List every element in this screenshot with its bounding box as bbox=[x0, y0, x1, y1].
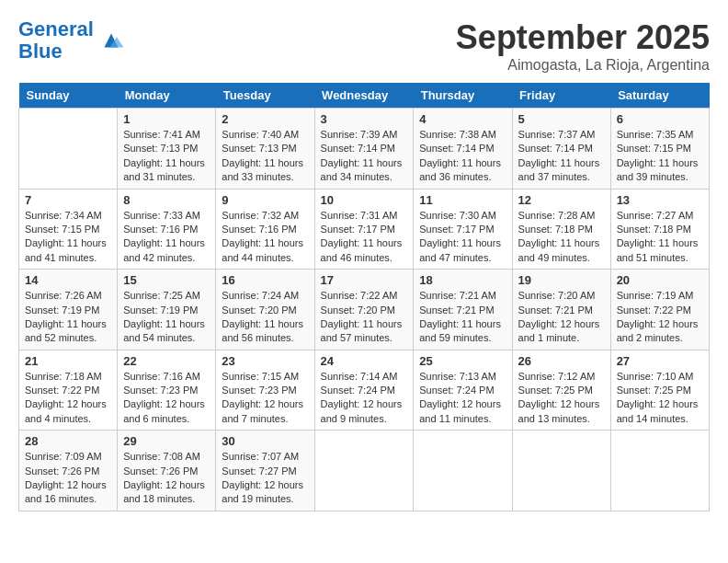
day-info: Sunrise: 7:13 AMSunset: 7:24 PMDaylight:… bbox=[419, 370, 506, 427]
logo-line2: Blue bbox=[18, 40, 63, 63]
day-info: Sunrise: 7:31 AMSunset: 7:17 PMDaylight:… bbox=[321, 209, 408, 266]
calendar-cell: 28Sunrise: 7:09 AMSunset: 7:26 PMDayligh… bbox=[19, 431, 118, 511]
day-info: Sunrise: 7:37 AMSunset: 7:14 PMDaylight:… bbox=[518, 128, 605, 185]
calendar-cell: 24Sunrise: 7:14 AMSunset: 7:24 PMDayligh… bbox=[314, 350, 414, 431]
day-number: 18 bbox=[419, 273, 506, 287]
week-row-1: 7Sunrise: 7:34 AMSunset: 7:15 PMDaylight… bbox=[19, 189, 710, 270]
day-number: 17 bbox=[321, 273, 408, 287]
header-row: SundayMondayTuesdayWednesdayThursdayFrid… bbox=[19, 83, 710, 109]
header-thursday: Thursday bbox=[414, 83, 512, 109]
calendar-cell: 4Sunrise: 7:38 AMSunset: 7:14 PMDaylight… bbox=[414, 109, 512, 190]
logo: General Blue bbox=[18, 18, 125, 63]
day-number: 8 bbox=[123, 193, 210, 207]
month-title: September 2025 bbox=[456, 18, 710, 57]
day-number: 30 bbox=[222, 434, 308, 448]
calendar-cell: 6Sunrise: 7:35 AMSunset: 7:15 PMDaylight… bbox=[610, 109, 709, 190]
calendar-cell: 26Sunrise: 7:12 AMSunset: 7:25 PMDayligh… bbox=[512, 350, 610, 431]
calendar-cell: 14Sunrise: 7:26 AMSunset: 7:19 PMDayligh… bbox=[19, 270, 118, 350]
calendar-cell bbox=[19, 109, 118, 190]
logo-text: General Blue bbox=[18, 18, 94, 63]
day-number: 5 bbox=[518, 112, 605, 126]
day-number: 12 bbox=[518, 193, 605, 207]
header-wednesday: Wednesday bbox=[314, 83, 414, 109]
day-number: 23 bbox=[222, 354, 308, 368]
calendar-cell: 18Sunrise: 7:21 AMSunset: 7:21 PMDayligh… bbox=[414, 270, 512, 350]
day-number: 16 bbox=[222, 273, 308, 287]
day-number: 26 bbox=[518, 354, 605, 368]
day-info: Sunrise: 7:16 AMSunset: 7:23 PMDaylight:… bbox=[123, 370, 210, 427]
calendar-cell: 22Sunrise: 7:16 AMSunset: 7:23 PMDayligh… bbox=[118, 350, 216, 431]
day-info: Sunrise: 7:28 AMSunset: 7:18 PMDaylight:… bbox=[518, 209, 605, 266]
calendar-cell: 11Sunrise: 7:30 AMSunset: 7:17 PMDayligh… bbox=[414, 189, 512, 270]
calendar-cell: 17Sunrise: 7:22 AMSunset: 7:20 PMDayligh… bbox=[314, 270, 414, 350]
day-info: Sunrise: 7:30 AMSunset: 7:17 PMDaylight:… bbox=[419, 209, 506, 266]
day-info: Sunrise: 7:20 AMSunset: 7:21 PMDaylight:… bbox=[518, 289, 605, 346]
day-info: Sunrise: 7:24 AMSunset: 7:20 PMDaylight:… bbox=[222, 289, 308, 346]
calendar-cell bbox=[512, 431, 610, 511]
day-info: Sunrise: 7:34 AMSunset: 7:15 PMDaylight:… bbox=[25, 209, 111, 266]
header-tuesday: Tuesday bbox=[216, 83, 314, 109]
logo-icon bbox=[97, 27, 125, 54]
calendar-header: SundayMondayTuesdayWednesdayThursdayFrid… bbox=[19, 83, 710, 109]
day-number: 24 bbox=[321, 354, 408, 368]
calendar-cell: 16Sunrise: 7:24 AMSunset: 7:20 PMDayligh… bbox=[216, 270, 314, 350]
day-info: Sunrise: 7:09 AMSunset: 7:26 PMDaylight:… bbox=[25, 450, 111, 507]
page-header: General Blue September 2025 Aimogasta, L… bbox=[18, 18, 710, 74]
calendar-cell: 20Sunrise: 7:19 AMSunset: 7:22 PMDayligh… bbox=[610, 270, 709, 350]
day-number: 20 bbox=[617, 273, 703, 287]
day-number: 11 bbox=[419, 193, 506, 207]
day-info: Sunrise: 7:19 AMSunset: 7:22 PMDaylight:… bbox=[617, 289, 703, 346]
day-info: Sunrise: 7:25 AMSunset: 7:19 PMDaylight:… bbox=[123, 289, 210, 346]
day-info: Sunrise: 7:12 AMSunset: 7:25 PMDaylight:… bbox=[518, 370, 605, 427]
header-sunday: Sunday bbox=[19, 83, 118, 109]
day-info: Sunrise: 7:14 AMSunset: 7:24 PMDaylight:… bbox=[321, 370, 408, 427]
calendar-cell: 12Sunrise: 7:28 AMSunset: 7:18 PMDayligh… bbox=[512, 189, 610, 270]
calendar-cell: 10Sunrise: 7:31 AMSunset: 7:17 PMDayligh… bbox=[314, 189, 414, 270]
week-row-0: 1Sunrise: 7:41 AMSunset: 7:13 PMDaylight… bbox=[19, 109, 710, 190]
day-number: 15 bbox=[123, 273, 210, 287]
calendar-table: SundayMondayTuesdayWednesdayThursdayFrid… bbox=[18, 83, 710, 511]
calendar-cell: 2Sunrise: 7:40 AMSunset: 7:13 PMDaylight… bbox=[216, 109, 314, 190]
day-number: 1 bbox=[123, 112, 210, 126]
calendar-cell bbox=[414, 431, 512, 511]
day-info: Sunrise: 7:22 AMSunset: 7:20 PMDaylight:… bbox=[321, 289, 408, 346]
day-number: 9 bbox=[222, 193, 308, 207]
logo-line1: General bbox=[18, 17, 94, 40]
calendar-cell: 1Sunrise: 7:41 AMSunset: 7:13 PMDaylight… bbox=[118, 109, 216, 190]
calendar-cell bbox=[314, 431, 414, 511]
calendar-cell: 15Sunrise: 7:25 AMSunset: 7:19 PMDayligh… bbox=[118, 270, 216, 350]
calendar-cell: 8Sunrise: 7:33 AMSunset: 7:16 PMDaylight… bbox=[118, 189, 216, 270]
week-row-4: 28Sunrise: 7:09 AMSunset: 7:26 PMDayligh… bbox=[19, 431, 710, 511]
week-row-2: 14Sunrise: 7:26 AMSunset: 7:19 PMDayligh… bbox=[19, 270, 710, 350]
day-number: 13 bbox=[617, 193, 703, 207]
day-info: Sunrise: 7:18 AMSunset: 7:22 PMDaylight:… bbox=[25, 370, 111, 427]
calendar-cell: 27Sunrise: 7:10 AMSunset: 7:25 PMDayligh… bbox=[610, 350, 709, 431]
calendar-cell: 5Sunrise: 7:37 AMSunset: 7:14 PMDaylight… bbox=[512, 109, 610, 190]
header-monday: Monday bbox=[118, 83, 216, 109]
day-info: Sunrise: 7:38 AMSunset: 7:14 PMDaylight:… bbox=[419, 128, 506, 185]
day-number: 28 bbox=[25, 434, 111, 448]
calendar-cell: 13Sunrise: 7:27 AMSunset: 7:18 PMDayligh… bbox=[610, 189, 709, 270]
day-info: Sunrise: 7:41 AMSunset: 7:13 PMDaylight:… bbox=[123, 128, 210, 185]
calendar-cell: 25Sunrise: 7:13 AMSunset: 7:24 PMDayligh… bbox=[414, 350, 512, 431]
calendar-cell: 29Sunrise: 7:08 AMSunset: 7:26 PMDayligh… bbox=[118, 431, 216, 511]
day-info: Sunrise: 7:21 AMSunset: 7:21 PMDaylight:… bbox=[419, 289, 506, 346]
calendar-cell: 23Sunrise: 7:15 AMSunset: 7:23 PMDayligh… bbox=[216, 350, 314, 431]
day-info: Sunrise: 7:32 AMSunset: 7:16 PMDaylight:… bbox=[222, 209, 308, 266]
day-number: 4 bbox=[419, 112, 506, 126]
day-info: Sunrise: 7:15 AMSunset: 7:23 PMDaylight:… bbox=[222, 370, 308, 427]
week-row-3: 21Sunrise: 7:18 AMSunset: 7:22 PMDayligh… bbox=[19, 350, 710, 431]
day-number: 7 bbox=[25, 193, 111, 207]
day-info: Sunrise: 7:08 AMSunset: 7:26 PMDaylight:… bbox=[123, 450, 210, 507]
day-number: 21 bbox=[25, 354, 111, 368]
calendar-cell: 19Sunrise: 7:20 AMSunset: 7:21 PMDayligh… bbox=[512, 270, 610, 350]
calendar-body: 1Sunrise: 7:41 AMSunset: 7:13 PMDaylight… bbox=[19, 109, 710, 511]
day-number: 14 bbox=[25, 273, 111, 287]
day-info: Sunrise: 7:35 AMSunset: 7:15 PMDaylight:… bbox=[617, 128, 703, 185]
day-info: Sunrise: 7:39 AMSunset: 7:14 PMDaylight:… bbox=[321, 128, 408, 185]
day-number: 6 bbox=[617, 112, 703, 126]
calendar-cell: 9Sunrise: 7:32 AMSunset: 7:16 PMDaylight… bbox=[216, 189, 314, 270]
header-friday: Friday bbox=[512, 83, 610, 109]
calendar-cell: 7Sunrise: 7:34 AMSunset: 7:15 PMDaylight… bbox=[19, 189, 118, 270]
title-block: September 2025 Aimogasta, La Rioja, Arge… bbox=[456, 18, 710, 74]
